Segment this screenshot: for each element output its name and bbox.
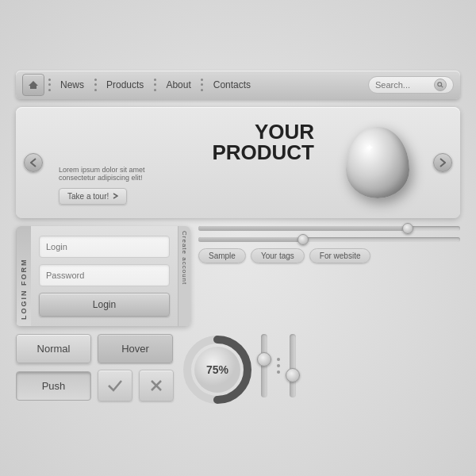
normal-button[interactable]: Normal xyxy=(16,334,91,363)
nav-link-news[interactable]: News xyxy=(54,79,90,90)
bottom-section: LOGIN FORM Login Create account xyxy=(16,226,460,326)
home-icon xyxy=(28,79,39,90)
vert-dots xyxy=(277,358,280,374)
hero-prev-button[interactable] xyxy=(24,153,43,172)
hero-title: YOURPRODUCT xyxy=(59,121,314,163)
login-form-label: LOGIN FORM xyxy=(16,226,31,326)
right-panel: Sample Your tags For website xyxy=(198,226,460,326)
search-icon xyxy=(437,82,443,88)
home-button[interactable] xyxy=(22,74,44,96)
password-input[interactable] xyxy=(39,264,170,286)
hero-next-button[interactable] xyxy=(433,153,452,172)
search-box xyxy=(368,76,454,94)
vertical-sliders xyxy=(261,334,296,397)
checkmark-icon xyxy=(107,379,123,392)
slider-2-fill xyxy=(198,237,303,242)
hero-cta-label: Take a tour! xyxy=(67,192,109,201)
svg-line-2 xyxy=(441,86,443,87)
hero-cta-button[interactable]: Take a tour! xyxy=(59,188,127,205)
hover-button[interactable]: Hover xyxy=(98,334,173,363)
nav-divider-4 xyxy=(201,77,204,93)
login-input[interactable] xyxy=(39,236,170,258)
hero-banner: YOURPRODUCT Lorem ipsum dolor sit amet c… xyxy=(16,107,460,218)
check-button[interactable] xyxy=(98,370,132,401)
slider-2-track[interactable] xyxy=(198,237,460,242)
slider-row-1 xyxy=(198,226,460,231)
cross-button[interactable] xyxy=(139,370,174,401)
nav-divider-2 xyxy=(94,77,97,93)
chevron-right-icon xyxy=(440,158,446,167)
login-panel: LOGIN FORM Login Create account xyxy=(16,226,190,326)
buttons-row-1: Normal Hover xyxy=(16,334,174,363)
slider-1-fill xyxy=(198,226,408,231)
navbar: News Products About Contacts xyxy=(16,71,460,99)
create-account-tab[interactable]: Create account xyxy=(178,226,190,326)
svg-marker-0 xyxy=(29,81,38,89)
circle-progress-label: 75% xyxy=(206,363,228,376)
vert-slider-1 xyxy=(261,334,267,397)
slider-1-track[interactable] xyxy=(198,226,460,231)
slider-2-thumb[interactable] xyxy=(298,234,309,245)
cross-icon xyxy=(150,379,163,392)
search-input[interactable] xyxy=(375,80,431,90)
vert-slider-2-track[interactable] xyxy=(290,334,296,397)
chevron-left-icon xyxy=(30,158,36,167)
tag-yourtags[interactable]: Your tags xyxy=(251,248,305,263)
circle-progress: 75% xyxy=(182,334,253,405)
hero-subtitle: Lorem ipsum dolor sit amet consectetur a… xyxy=(59,166,178,182)
hero-product-image xyxy=(338,127,417,198)
vert-slider-2-thumb[interactable] xyxy=(286,368,300,382)
nav-divider-3 xyxy=(153,77,156,93)
nav-link-about[interactable]: About xyxy=(159,79,197,90)
tag-forwebsite[interactable]: For website xyxy=(309,248,371,263)
nav-divider-1 xyxy=(48,77,51,93)
tag-sample[interactable]: Sample xyxy=(198,248,246,263)
vert-dot-2 xyxy=(277,364,280,367)
slider-1-thumb[interactable] xyxy=(402,223,413,234)
product-oval xyxy=(346,127,409,198)
nav-link-contacts[interactable]: Contacts xyxy=(207,79,257,90)
search-button[interactable] xyxy=(434,79,447,91)
vert-slider-1-thumb[interactable] xyxy=(257,352,271,367)
vert-dot-3 xyxy=(277,370,280,374)
login-button[interactable]: Login xyxy=(39,293,170,317)
tags-row: Sample Your tags For website xyxy=(198,248,460,263)
arrow-right-icon xyxy=(112,193,118,199)
buttons-row-2: Push xyxy=(16,370,174,401)
svg-point-1 xyxy=(438,83,442,86)
push-button[interactable]: Push xyxy=(16,371,91,401)
hero-content: YOURPRODUCT Lorem ipsum dolor sit amet c… xyxy=(43,113,433,213)
vert-slider-1-track[interactable] xyxy=(261,334,267,397)
bottom-full-row: Normal Hover Push xyxy=(16,334,460,405)
left-buttons-col: Normal Hover Push xyxy=(16,334,174,401)
vert-slider-2 xyxy=(290,334,296,397)
hero-text: YOURPRODUCT Lorem ipsum dolor sit amet c… xyxy=(59,121,338,205)
login-form-inner: Login xyxy=(31,226,178,326)
nav-link-products[interactable]: Products xyxy=(100,79,150,90)
slider-row-2 xyxy=(198,237,460,242)
vert-dot-1 xyxy=(277,358,280,361)
